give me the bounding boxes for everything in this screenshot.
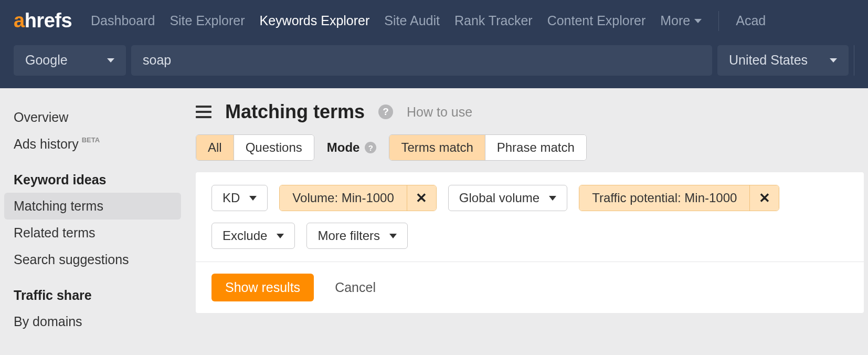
divider bbox=[854, 45, 854, 76]
nav-divider bbox=[718, 11, 719, 31]
seg-terms-match[interactable]: Terms match bbox=[389, 135, 485, 160]
filter-traffic-chip: Traffic potential: Min-1000 ✕ bbox=[579, 185, 779, 211]
menu-icon[interactable] bbox=[196, 106, 211, 118]
sidebar-matching-terms[interactable]: Matching terms bbox=[4, 193, 181, 220]
logo-rest: hrefs bbox=[25, 9, 72, 32]
sidebar-by-domains[interactable]: By domains bbox=[0, 308, 186, 335]
filter-kd[interactable]: KD bbox=[211, 185, 268, 211]
close-icon: ✕ bbox=[759, 191, 770, 205]
country-select[interactable]: United States bbox=[717, 45, 849, 76]
filter-volume-chip: Volume: Min-1000 ✕ bbox=[279, 185, 436, 211]
filter-global-volume[interactable]: Global volume bbox=[448, 185, 567, 211]
filter-exclude[interactable]: Exclude bbox=[211, 223, 295, 249]
chevron-down-icon bbox=[830, 58, 837, 62]
chevron-down-icon bbox=[277, 234, 284, 238]
filters-panel: KD Volume: Min-1000 ✕ Global volume Traf… bbox=[196, 172, 864, 313]
logo[interactable]: ahrefs bbox=[14, 9, 72, 32]
nav-site-audit[interactable]: Site Audit bbox=[384, 13, 440, 28]
close-icon: ✕ bbox=[416, 191, 427, 205]
sidebar-related-terms[interactable]: Related terms bbox=[0, 220, 186, 246]
engine-label: Google bbox=[25, 53, 68, 68]
top-nav: ahrefs Dashboard Site Explorer Keywords … bbox=[0, 0, 868, 41]
seg-mode: Terms match Phrase match bbox=[389, 134, 586, 161]
filter-more[interactable]: More filters bbox=[306, 223, 408, 249]
cancel-button[interactable]: Cancel bbox=[335, 280, 376, 295]
sidebar-overview[interactable]: Overview bbox=[0, 104, 186, 131]
country-label: United States bbox=[729, 53, 808, 68]
chevron-down-icon bbox=[694, 19, 702, 23]
nav-content-explorer[interactable]: Content Explorer bbox=[547, 13, 646, 28]
chevron-down-icon bbox=[549, 196, 556, 201]
nav-keywords-explorer[interactable]: Keywords Explorer bbox=[260, 13, 370, 28]
seg-all[interactable]: All bbox=[196, 135, 234, 160]
help-icon[interactable]: ? bbox=[365, 142, 376, 153]
logo-a: a bbox=[14, 9, 25, 32]
sidebar-search-suggestions[interactable]: Search suggestions bbox=[0, 246, 186, 273]
mode-label: Mode ? bbox=[327, 140, 377, 155]
show-results-button[interactable]: Show results bbox=[211, 274, 314, 301]
seg-phrase-match[interactable]: Phrase match bbox=[485, 135, 586, 160]
seg-all-questions: All Questions bbox=[196, 134, 314, 161]
sidebar-ads-history[interactable]: Ads history BETA bbox=[0, 131, 186, 158]
seg-questions[interactable]: Questions bbox=[234, 135, 314, 160]
page-title: Matching terms bbox=[225, 101, 365, 123]
chip-label[interactable]: Volume: Min-1000 bbox=[280, 185, 406, 211]
chevron-down-icon bbox=[389, 234, 397, 238]
sidebar-heading-keyword-ideas: Keyword ideas bbox=[0, 158, 186, 193]
nav-dashboard[interactable]: Dashboard bbox=[91, 13, 155, 28]
main-content: Matching terms ? How to use All Question… bbox=[186, 88, 868, 335]
nav-academy[interactable]: Acad bbox=[736, 13, 766, 28]
sidebar: Overview Ads history BETA Keyword ideas … bbox=[0, 88, 186, 335]
nav-rank-tracker[interactable]: Rank Tracker bbox=[454, 13, 533, 28]
help-icon[interactable]: ? bbox=[378, 105, 393, 119]
sidebar-heading-traffic-share: Traffic share bbox=[0, 273, 186, 308]
search-bar: Google United States bbox=[0, 41, 868, 88]
chevron-down-icon bbox=[249, 196, 257, 201]
how-to-use-link[interactable]: How to use bbox=[407, 105, 472, 120]
engine-select[interactable]: Google bbox=[14, 45, 126, 76]
chip-remove[interactable]: ✕ bbox=[407, 185, 436, 211]
chevron-down-icon bbox=[107, 58, 114, 62]
chip-remove[interactable]: ✕ bbox=[749, 185, 779, 211]
nav-site-explorer[interactable]: Site Explorer bbox=[170, 13, 245, 28]
beta-badge: BETA bbox=[82, 136, 100, 144]
chip-label[interactable]: Traffic potential: Min-1000 bbox=[579, 185, 749, 211]
nav-more[interactable]: More bbox=[660, 13, 702, 28]
keyword-input[interactable] bbox=[131, 45, 712, 76]
